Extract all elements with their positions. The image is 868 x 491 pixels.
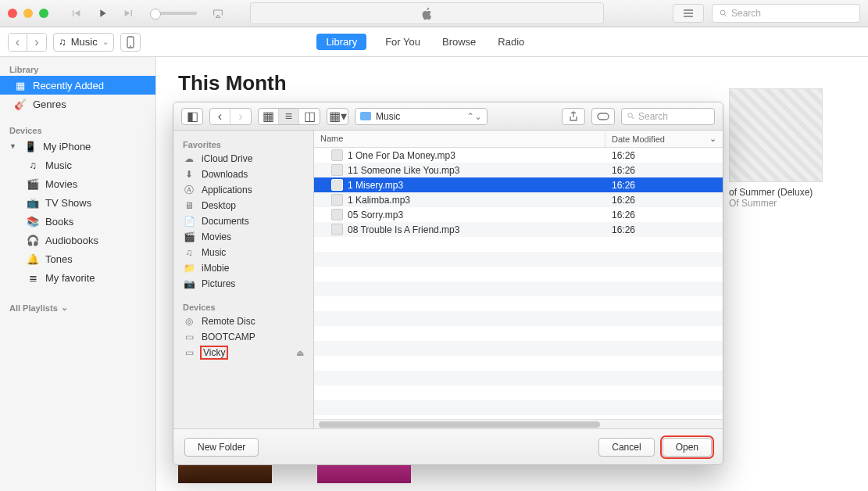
dialog-bottom-bar: New Folder Cancel Open: [173, 428, 723, 464]
column-header-date[interactable]: Date Modified⌄: [605, 131, 723, 147]
media-kind-label: Music: [71, 36, 98, 48]
close-window-button[interactable]: [8, 9, 17, 18]
play-button[interactable]: [92, 5, 113, 21]
apple-logo-icon: [420, 6, 434, 20]
dialog-sidebar-item-vicky[interactable]: ▭Vicky⏏: [173, 345, 313, 360]
file-row[interactable]: 05 Sorry.mp316:26: [314, 207, 723, 222]
airplay-icon[interactable]: [208, 5, 228, 21]
empty-row: [314, 267, 723, 281]
list-view-button[interactable]: [673, 4, 704, 23]
dialog-file-pane: Name Date Modified⌄ 1 One For Da Money.m…: [314, 131, 723, 428]
back-button[interactable]: ‹: [9, 34, 27, 51]
tab-for-you[interactable]: For You: [382, 34, 423, 50]
file-icon: [331, 164, 343, 176]
scrollbar-thumb[interactable]: [319, 421, 600, 428]
back-button[interactable]: ‹: [210, 109, 230, 124]
empty-row: [314, 341, 723, 356]
next-track-button[interactable]: [119, 5, 139, 21]
file-row[interactable]: 1 One For Da Money.mp316:26: [314, 148, 723, 163]
dialog-sidebar-item-icloud[interactable]: ☁︎iCloud Drive: [173, 151, 313, 167]
svg-point-2: [130, 45, 131, 47]
cloud-icon: ☁︎: [183, 153, 195, 164]
sidebar-item-movies[interactable]: 🎬Movies: [0, 174, 155, 193]
file-date: 16:26: [605, 150, 723, 161]
dialog-sidebar-item-imobie[interactable]: 📁iMobie: [173, 260, 313, 276]
forward-button[interactable]: ›: [230, 109, 251, 124]
tab-radio[interactable]: Radio: [495, 34, 527, 50]
forward-button[interactable]: ›: [27, 34, 46, 51]
dialog-search-input[interactable]: Search: [621, 108, 715, 125]
file-row[interactable]: 08 Trouble Is A Friend.mp316:26: [314, 222, 723, 237]
eject-icon[interactable]: ⏏: [296, 348, 304, 358]
file-row[interactable]: 1 Misery.mp316:26: [314, 177, 723, 192]
open-button[interactable]: Open: [663, 438, 712, 457]
file-row[interactable]: 1 Kalimba.mp316:26: [314, 192, 723, 207]
search-input[interactable]: Search: [712, 4, 860, 23]
sidebar-all-playlists[interactable]: All Playlists⌄: [0, 298, 155, 314]
tab-library[interactable]: Library: [316, 34, 366, 50]
dialog-sidebar-item-remote-disc[interactable]: ◎Remote Disc: [173, 314, 313, 329]
sidebar-item-tones[interactable]: 🔔Tones: [0, 249, 155, 268]
file-icon: [331, 149, 343, 161]
file-list[interactable]: 1 One For Da Money.mp316:2611 Someone Li…: [314, 148, 723, 419]
media-kind-dropdown[interactable]: ♫ Music ⌄: [53, 33, 114, 52]
path-dropdown[interactable]: Music ⌃⌄: [355, 108, 488, 125]
dialog-sidebar-item-desktop[interactable]: 🖥Desktop: [173, 198, 313, 213]
window-controls: [8, 9, 48, 18]
sidebar-header-devices: Devices: [0, 121, 155, 137]
share-button[interactable]: [562, 108, 585, 125]
dialog-sidebar-item-applications[interactable]: ⒶApplications: [173, 182, 313, 198]
dialog-sidebar-item-movies[interactable]: 🎬Movies: [173, 229, 313, 245]
guitar-icon: 🎸: [14, 98, 27, 110]
horizontal-scrollbar[interactable]: [314, 419, 723, 428]
dialog-sidebar-item-pictures[interactable]: 📷Pictures: [173, 276, 313, 292]
album-card[interactable]: of Summer (Deluxe) Of Summer: [729, 88, 838, 209]
tab-browse[interactable]: Browse: [439, 34, 479, 50]
chevron-updown-icon: ⌃⌄: [466, 111, 482, 122]
minimize-window-button[interactable]: [23, 9, 33, 18]
disclosure-triangle-icon[interactable]: ▼: [9, 142, 16, 150]
file-icon: [331, 224, 343, 235]
empty-row: [314, 356, 723, 371]
icon-view-button[interactable]: ▦: [259, 109, 279, 124]
column-view-button[interactable]: ◫: [299, 109, 320, 124]
search-icon: [627, 112, 635, 120]
chevron-down-icon: ⌄: [709, 134, 716, 144]
sidebar-item-device[interactable]: ▼ 📱 My iPhone: [0, 137, 155, 156]
navigation-segment: ‹ ›: [209, 108, 252, 125]
movies-icon: 🎬: [183, 231, 195, 242]
dialog-sidebar-item-music[interactable]: ♫Music: [173, 245, 313, 260]
arrange-segment[interactable]: ▦▾: [327, 108, 348, 125]
volume-slider[interactable]: [150, 12, 197, 15]
sidebar-item-myfavorite[interactable]: ≣My favorite: [0, 268, 155, 287]
cancel-button[interactable]: Cancel: [598, 438, 654, 457]
dialog-body: Favorites ☁︎iCloud Drive ⬇︎Downloads ⒶAp…: [173, 131, 723, 428]
fullscreen-window-button[interactable]: [39, 9, 48, 18]
applications-icon: Ⓐ: [183, 185, 195, 195]
sidebar-item-genres[interactable]: 🎸 Genres: [0, 95, 155, 113]
sidebar-item-books[interactable]: 📚Books: [0, 212, 155, 231]
svg-rect-3: [598, 113, 609, 120]
new-folder-button[interactable]: New Folder: [184, 438, 259, 457]
file-icon: [331, 209, 343, 220]
list-view-button[interactable]: ≡: [279, 109, 299, 124]
device-button[interactable]: [120, 33, 141, 52]
dialog-sidebar-item-bootcamp[interactable]: ▭BOOTCAMP: [173, 329, 313, 345]
dialog-sidebar-item-documents[interactable]: 📄Documents: [173, 213, 313, 229]
file-row[interactable]: 11 Someone Like You.mp316:26: [314, 163, 723, 177]
file-list-header: Name Date Modified⌄: [314, 131, 723, 148]
tags-button[interactable]: [591, 108, 615, 125]
empty-row: [314, 237, 723, 252]
file-icon: [331, 179, 343, 191]
bell-icon: 🔔: [27, 253, 39, 265]
sidebar-item-recently-added[interactable]: ▦ Recently Added: [0, 76, 155, 95]
prev-track-button[interactable]: [66, 5, 86, 21]
sidebar-item-music[interactable]: ♫Music: [0, 156, 155, 174]
dialog-sidebar-item-downloads[interactable]: ⬇︎Downloads: [173, 167, 313, 182]
sidebar-item-tvshows[interactable]: 📺TV Shows: [0, 193, 155, 212]
column-header-name[interactable]: Name: [314, 131, 605, 147]
file-name: 05 Sorry.mp3: [348, 210, 403, 220]
sidebar-item-audiobooks[interactable]: 🎧Audiobooks: [0, 231, 155, 249]
movies-icon: 🎬: [27, 177, 39, 190]
sidebar-toggle-segment[interactable]: ◧: [181, 108, 203, 125]
